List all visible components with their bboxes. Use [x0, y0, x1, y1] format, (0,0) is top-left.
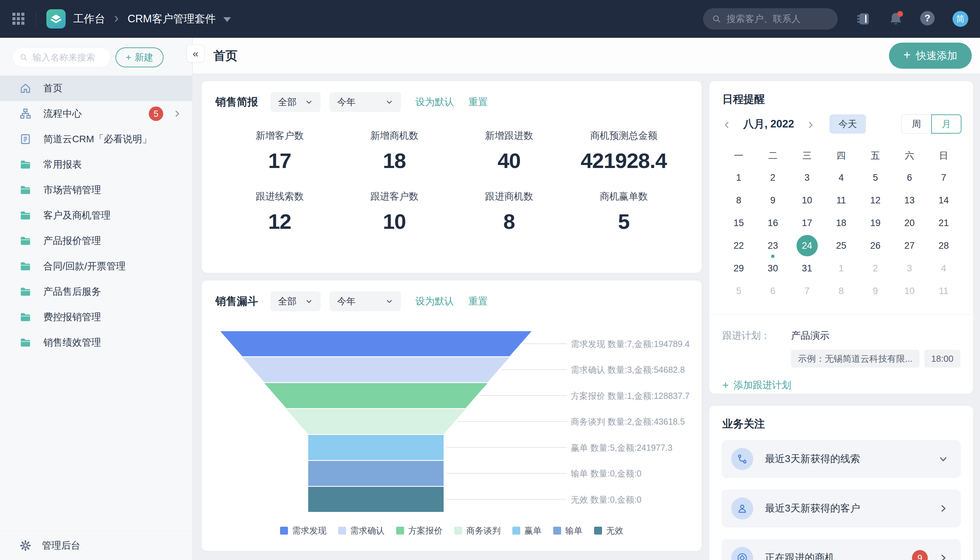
calendar-day-9[interactable]: 9 — [756, 189, 790, 212]
calendar-day-8-next[interactable]: 8 — [824, 280, 858, 302]
global-search-input[interactable] — [727, 14, 829, 24]
sidebar-item-after-sales[interactable]: 产品售后服务 — [0, 279, 192, 304]
calendar-day-5-next[interactable]: 5 — [722, 280, 756, 302]
calendar-day-4[interactable]: 4 — [824, 166, 858, 189]
calendar-day-5[interactable]: 5 — [858, 166, 892, 189]
sidebar-item-marketing[interactable]: 市场营销管理 — [0, 177, 192, 203]
calendar-day-3-next[interactable]: 3 — [892, 257, 927, 280]
calendar-day-1-next[interactable]: 1 — [824, 257, 858, 280]
funnel-scope-select[interactable]: 全部 — [270, 291, 321, 311]
prev-month-icon[interactable]: ‹ — [722, 117, 731, 131]
calendar-day-29[interactable]: 29 — [722, 257, 756, 280]
calendar-day-14[interactable]: 14 — [927, 189, 961, 212]
week-view-button[interactable]: 周 — [901, 114, 932, 133]
funnel-reset-link[interactable]: 重置 — [468, 295, 488, 308]
calendar-day-6-next[interactable]: 6 — [756, 280, 790, 302]
sidebar-search-input[interactable] — [33, 52, 103, 63]
brief-set-default-link[interactable]: 设为默认 — [415, 95, 454, 108]
admin-console-item[interactable]: 管理后台 — [0, 530, 192, 560]
calendar-day-1[interactable]: 1 — [722, 166, 756, 189]
brief-scope-select[interactable]: 全部 — [270, 92, 321, 112]
calendar-day-11[interactable]: 11 — [824, 189, 858, 212]
today-button[interactable]: 今天 — [830, 114, 866, 133]
calendar-day-16[interactable]: 16 — [756, 212, 790, 234]
calendar-day-30[interactable]: 30 — [756, 257, 790, 280]
calendar-day-7[interactable]: 7 — [927, 166, 961, 189]
help-icon[interactable]: ? — [920, 11, 936, 27]
sidebar-item-product-quote[interactable]: 产品报价管理 — [0, 228, 192, 253]
funnel-segment-赢单[interactable] — [308, 435, 443, 460]
plan-company-pill[interactable]: 示例：无锡简道云科技有限... — [791, 350, 920, 368]
legend-item-无效[interactable]: 无效 — [594, 525, 623, 536]
legend-item-需求发现[interactable]: 需求发现 — [280, 525, 327, 536]
calendar-day-27[interactable]: 27 — [892, 234, 927, 257]
calendar-day-15[interactable]: 15 — [722, 212, 756, 234]
sidebar-search[interactable] — [12, 47, 111, 67]
calendar-day-28[interactable]: 28 — [927, 234, 961, 257]
workspace-logo-icon[interactable] — [47, 9, 66, 28]
focus-item-following-oppty[interactable]: 正在跟进的商机9 — [722, 539, 961, 560]
new-button[interactable]: +新建 — [115, 47, 163, 67]
month-view-button[interactable]: 月 — [931, 114, 962, 133]
sidebar-item-expense[interactable]: 费控报销管理 — [0, 304, 192, 330]
calendar-day-9-next[interactable]: 9 — [858, 280, 892, 302]
calendar-day-26[interactable]: 26 — [858, 234, 892, 257]
legend-item-方案报价[interactable]: 方案报价 — [396, 525, 443, 536]
funnel-segment-需求发现[interactable] — [220, 331, 532, 356]
calendar-day-31[interactable]: 31 — [790, 257, 824, 280]
calendar-day-18[interactable]: 18 — [824, 212, 858, 234]
legend-item-输单[interactable]: 输单 — [553, 525, 582, 536]
funnel-segment-无效[interactable] — [308, 487, 443, 512]
quick-add-button[interactable]: + 快速添加 — [889, 43, 972, 69]
next-month-icon[interactable]: › — [806, 117, 815, 131]
notifications-bell-icon[interactable] — [888, 11, 904, 27]
sidebar-item-home[interactable]: 首页 — [0, 76, 192, 101]
funnel-segment-方案报价[interactable] — [264, 383, 488, 408]
funnel-period-select[interactable]: 今年 — [330, 291, 401, 311]
sidebar-collapse-button[interactable]: « — [187, 45, 205, 63]
calendar-day-25[interactable]: 25 — [824, 234, 858, 257]
sidebar-item-customer-oppty[interactable]: 客户及商机管理 — [0, 203, 192, 228]
focus-item-new-customers-3d[interactable]: 最近3天新获得的客户 — [722, 490, 961, 527]
calendar-day-2-next[interactable]: 2 — [858, 257, 892, 280]
sidebar-item-common-reports[interactable]: 常用报表 — [0, 152, 192, 177]
avatar[interactable]: 简 — [953, 11, 968, 27]
app-switch-caret-icon[interactable] — [223, 17, 231, 22]
focus-item-new-leads-3d[interactable]: 最近3天新获得的线索 — [722, 440, 961, 478]
add-follow-plan-link[interactable]: + 添加跟进计划 — [722, 378, 792, 392]
calendar-day-17[interactable]: 17 — [790, 212, 824, 234]
calendar-day-3[interactable]: 3 — [790, 166, 824, 189]
calendar-day-23[interactable]: 23 — [756, 234, 790, 257]
sidebar-item-contract-invoice[interactable]: 合同/回款/开票管理 — [0, 253, 192, 279]
calendar-day-7-next[interactable]: 7 — [790, 280, 824, 302]
sidebar-item-crm-readme[interactable]: 简道云CRM「必看说明」 — [0, 127, 192, 152]
calendar-day-22[interactable]: 22 — [722, 234, 756, 257]
calendar-day-11-next[interactable]: 11 — [927, 280, 961, 302]
legend-item-需求确认[interactable]: 需求确认 — [338, 525, 385, 536]
calendar-day-19[interactable]: 19 — [858, 212, 892, 234]
funnel-segment-需求确认[interactable] — [242, 357, 510, 382]
global-search[interactable] — [703, 8, 838, 30]
calendar-day-4-next[interactable]: 4 — [927, 257, 961, 280]
calendar-day-12[interactable]: 12 — [858, 189, 892, 212]
calendar-day-2[interactable]: 2 — [756, 166, 790, 189]
breadcrumb-app-title[interactable]: CRM客户管理套件 — [127, 12, 216, 26]
calendar-day-24[interactable]: 24 — [790, 234, 824, 257]
legend-item-赢单[interactable]: 赢单 — [512, 525, 542, 536]
funnel-segment-输单[interactable] — [308, 461, 443, 486]
calendar-day-13[interactable]: 13 — [892, 189, 927, 212]
funnel-set-default-link[interactable]: 设为默认 — [415, 295, 454, 308]
calendar-day-20[interactable]: 20 — [892, 212, 927, 234]
app-launcher-icon[interactable] — [12, 12, 25, 26]
panel-toggle-icon[interactable] — [856, 11, 872, 27]
calendar-day-21[interactable]: 21 — [927, 212, 961, 234]
brief-period-select[interactable]: 今年 — [330, 92, 401, 112]
legend-item-商务谈判[interactable]: 商务谈判 — [454, 525, 501, 536]
calendar-day-10[interactable]: 10 — [790, 189, 824, 212]
workspace-label[interactable]: 工作台 — [73, 12, 105, 26]
calendar-day-10-next[interactable]: 10 — [892, 280, 927, 302]
funnel-segment-商务谈判[interactable] — [286, 409, 466, 434]
calendar-day-6[interactable]: 6 — [892, 166, 927, 189]
calendar-day-8[interactable]: 8 — [722, 189, 756, 212]
sidebar-item-sales-performance[interactable]: 销售绩效管理 — [0, 330, 192, 355]
